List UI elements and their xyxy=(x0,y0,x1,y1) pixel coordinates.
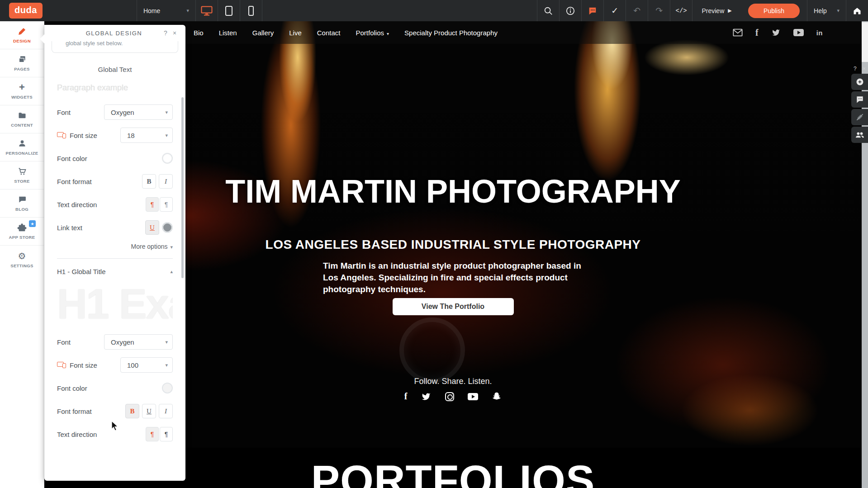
h1-font-color-swatch[interactable] xyxy=(162,383,173,393)
preview-button[interactable]: Preview ▶ xyxy=(692,0,741,21)
info-icon xyxy=(566,6,575,15)
youtube-icon[interactable] xyxy=(468,393,478,400)
font-select[interactable]: Oxygen ▾ xyxy=(104,104,173,120)
play-icon: ▶ xyxy=(728,8,731,14)
text-direction-label: Text direction xyxy=(57,201,97,208)
dashboard-home-button[interactable] xyxy=(846,0,868,21)
sidebar-item-store[interactable]: STORE xyxy=(0,161,44,190)
help-dropdown[interactable]: Help ▾ xyxy=(807,0,846,21)
more-options-link[interactable]: More options▾ xyxy=(57,243,173,250)
folder-icon xyxy=(18,111,27,120)
people-icon xyxy=(855,131,865,139)
h1-underline-button[interactable]: U xyxy=(142,404,156,418)
help-label: Help xyxy=(814,7,827,14)
sidebar-item-label: CONTENT xyxy=(11,123,33,128)
plus-icon: + xyxy=(19,83,25,92)
comments-icon xyxy=(855,95,864,104)
twitter-icon[interactable] xyxy=(421,392,432,401)
panel-scrollbar-thumb[interactable] xyxy=(181,97,184,278)
editor-sidebar: DESIGN PAGES + WIDGETS CONTENT PERSONALI… xyxy=(0,21,44,488)
puzzle-icon xyxy=(17,223,27,232)
instagram-icon[interactable] xyxy=(445,392,454,401)
sidebar-item-personalize[interactable]: PERSONALIZE xyxy=(0,133,44,161)
editor-topbar: duda Home ▾ ✓ ↶ xyxy=(0,0,868,21)
text-direction-label: Text direction xyxy=(57,431,97,438)
chevron-down-icon: ▾ xyxy=(165,362,168,368)
design-brush-icon xyxy=(18,27,27,36)
dev-mode-button[interactable]: </> xyxy=(670,0,692,21)
comments-button[interactable] xyxy=(851,91,868,108)
view-portfolio-button[interactable]: View The Portfolio xyxy=(393,298,514,315)
sidebar-item-content[interactable]: CONTENT xyxy=(0,105,44,133)
zoom-button[interactable] xyxy=(851,74,868,90)
sidebar-item-blog[interactable]: BLOG xyxy=(0,190,44,218)
font-color-label: Font color xyxy=(57,384,87,392)
publish-button[interactable]: Publish xyxy=(748,4,800,18)
panel-help-button[interactable]: ? xyxy=(161,29,170,37)
save-check-button[interactable]: ✓ xyxy=(603,0,626,21)
font-size-select[interactable]: 18 ▾ xyxy=(120,128,173,143)
font-format-label: Font format xyxy=(57,407,92,415)
link-text-label: Link text xyxy=(57,224,82,232)
toolbar-close-button[interactable]: × xyxy=(863,66,866,72)
h1-rtl-button[interactable]: ¶ xyxy=(160,427,173,441)
code-icon: </> xyxy=(675,7,687,14)
chat-bubble-icon xyxy=(18,195,27,204)
h1-font-select[interactable]: Oxygen ▾ xyxy=(104,334,173,350)
h1-font-size-select[interactable]: 100 ▾ xyxy=(120,357,173,373)
sidebar-item-pages[interactable]: PAGES xyxy=(0,49,44,77)
tablet-view-button[interactable] xyxy=(218,0,240,21)
hidden-brush-icon xyxy=(855,113,864,122)
sidebar-item-label: STORE xyxy=(14,179,30,184)
facebook-icon[interactable]: f xyxy=(404,391,408,402)
preview-label: Preview xyxy=(702,7,724,14)
sidebar-item-label: SETTINGS xyxy=(10,263,33,268)
more-options-label: More options xyxy=(131,243,168,250)
undo-icon: ↶ xyxy=(633,5,640,16)
global-text-heading: Global Text xyxy=(57,66,173,73)
font-color-swatch[interactable] xyxy=(162,153,173,164)
italic-button[interactable]: I xyxy=(159,174,173,189)
h1-example-preview: H1 Example xyxy=(57,277,173,331)
font-format-label: Font format xyxy=(57,178,92,185)
toolbar-help-button[interactable]: ? xyxy=(854,66,857,72)
snapchat-icon[interactable] xyxy=(492,392,502,402)
hide-elements-button[interactable] xyxy=(851,109,868,125)
ltr-button[interactable]: ¶ xyxy=(146,197,159,212)
link-color-swatch[interactable] xyxy=(162,222,173,233)
sidebar-item-label: BLOG xyxy=(15,207,28,212)
redo-icon: ↷ xyxy=(655,5,663,16)
h1-bold-button[interactable]: B xyxy=(125,404,139,418)
h1-section-heading: H1 - Global Title xyxy=(57,268,106,275)
mobile-view-button[interactable] xyxy=(240,0,262,21)
rtl-button[interactable]: ¶ xyxy=(160,197,173,212)
redo-button[interactable]: ↷ xyxy=(648,0,670,21)
chevron-down-icon: ▾ xyxy=(170,244,173,250)
duda-logo[interactable]: duda xyxy=(9,3,43,19)
scrollbar-thumb[interactable] xyxy=(862,22,868,62)
cart-icon xyxy=(18,167,27,176)
sidebar-item-settings[interactable]: ⚙ SETTINGS xyxy=(0,246,44,274)
bold-button[interactable]: B xyxy=(142,174,156,189)
sidebar-item-widgets[interactable]: + WIDGETS xyxy=(0,77,44,105)
chevron-down-icon: ▾ xyxy=(165,109,168,115)
hero-description[interactable]: Tim Martin is an industrial style produc… xyxy=(323,260,583,295)
desktop-view-button[interactable] xyxy=(195,0,218,21)
sidebar-item-label: APP STORE xyxy=(9,235,35,240)
panel-close-button[interactable]: × xyxy=(170,29,179,37)
sidebar-item-design[interactable]: DESIGN xyxy=(0,21,44,49)
link-underline-button[interactable]: U xyxy=(145,220,159,235)
info-button[interactable] xyxy=(559,0,581,21)
h1-italic-button[interactable]: I xyxy=(159,404,173,418)
collaborators-button[interactable] xyxy=(851,127,868,143)
feedback-button[interactable] xyxy=(581,0,603,21)
page-selector-dropdown[interactable]: Home ▾ xyxy=(137,0,195,21)
search-button[interactable] xyxy=(537,0,559,21)
responsive-devices-icon xyxy=(57,362,66,368)
undo-button[interactable]: ↶ xyxy=(626,0,648,21)
zoom-plus-icon xyxy=(855,77,864,86)
h1-ltr-button[interactable]: ¶ xyxy=(146,427,159,441)
sidebar-item-app-store[interactable]: ★ APP STORE xyxy=(0,218,44,246)
h1-font-size-value: 100 xyxy=(127,361,138,369)
collapse-chevron-icon[interactable]: ▴ xyxy=(170,269,173,275)
